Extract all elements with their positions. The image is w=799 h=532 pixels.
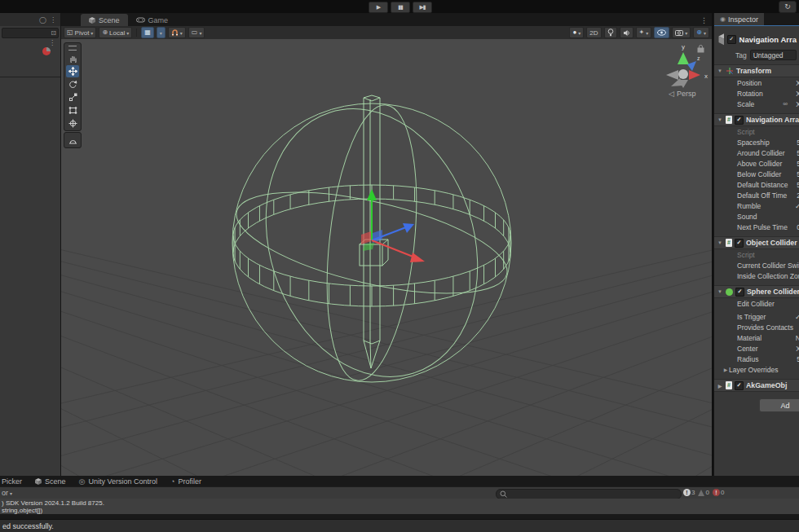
snap-button[interactable]: ▾ — [168, 27, 186, 38]
history-icon[interactable]: ↻ — [779, 1, 797, 13]
add-component-button[interactable]: Ad — [759, 398, 799, 412]
objcol-row-inside-collection-zone[interactable]: Inside Collection Zone — [714, 270, 799, 281]
foldout-icon[interactable]: ▶ — [722, 367, 729, 372]
sphere-row-radius[interactable]: Radius5 — [714, 354, 799, 364]
move-tool-button[interactable] — [66, 65, 79, 77]
gizmos-button[interactable]: ⊕ ▾ — [693, 27, 709, 38]
sphere-row-provides-contacts[interactable]: Provides Contacts — [714, 322, 799, 332]
nav-row-around-collider[interactable]: Around Collider5 — [714, 147, 799, 158]
panel-circle-icon[interactable]: ◯ — [39, 16, 46, 24]
row-value[interactable]: X — [796, 99, 799, 109]
scene-visibility-button[interactable] — [654, 27, 669, 38]
nav-row-rumble[interactable]: Rumble✓ — [714, 200, 799, 211]
custom-tool-button[interactable] — [66, 134, 79, 147]
transform-header[interactable]: ▼ Transform — [714, 64, 799, 77]
step-button[interactable]: ▶▮ — [413, 2, 432, 13]
component-checkbox[interactable]: ✓ — [735, 288, 744, 297]
akgameobj-header[interactable]: ▶ # ✓ AkGameObj — [714, 379, 799, 392]
tag-dropdown[interactable]: Untagged — [750, 50, 797, 60]
picker-icon[interactable]: ⊡ — [51, 29, 56, 37]
objcol-row-current-collider-switch[interactable]: Current Collider Switch — [714, 260, 799, 270]
camera-settings-button[interactable]: ▾ — [672, 27, 691, 38]
pivot-button[interactable]: ◱ Pivot ▾ — [64, 27, 96, 38]
component-checkbox[interactable]: ✓ — [735, 116, 744, 125]
info-count-badge[interactable]: ! 3 — [683, 489, 695, 496]
transform-tool-button[interactable] — [66, 117, 79, 130]
gizmo-center[interactable] — [678, 69, 688, 79]
sphere-row-edit-collider[interactable]: Edit Collider — [714, 298, 799, 309]
view-options-button[interactable]: ▭ ▾ — [188, 27, 205, 38]
error-count-badge[interactable]: ! 0 — [713, 489, 724, 496]
sphere-row-is-trigger[interactable]: Is Trigger✓ — [714, 311, 799, 322]
audio-toggle-button[interactable] — [620, 27, 633, 38]
tab-unity-version-control[interactable]: ◎ Unity Version Control — [79, 477, 157, 486]
local-button[interactable]: ⊕ Local ▾ — [99, 27, 132, 38]
console-filter-dropdown[interactable]: or ▾ — [2, 489, 12, 497]
play-button[interactable]: ▶ — [369, 2, 388, 13]
foldout-icon[interactable]: ▼ — [717, 117, 723, 122]
status-bar[interactable]: ed successfully. — [0, 519, 799, 532]
objcol-row-script[interactable]: Script — [714, 249, 799, 260]
foldout-icon[interactable]: ▼ — [717, 68, 723, 73]
row-value[interactable]: X — [796, 343, 799, 354]
active-checkbox[interactable]: ✓ — [727, 35, 736, 44]
kebab-menu-icon[interactable]: ⋮ — [49, 39, 55, 46]
tool-strip-grip[interactable] — [68, 46, 77, 51]
effects-button[interactable]: ✦ ▾ — [636, 27, 652, 38]
component-checkbox[interactable]: ✓ — [735, 381, 744, 390]
nav-row-below-collider[interactable]: Below Collider5 — [714, 169, 799, 179]
nav-row-above-collider[interactable]: Above Collider5 — [714, 158, 799, 169]
kebab-menu-icon[interactable]: ⋮ — [696, 16, 712, 26]
view-tool-button[interactable] — [66, 52, 79, 64]
grid-visibility-button[interactable]: ▦ — [141, 27, 154, 38]
nav-row-default-distance[interactable]: Default Distance5 — [714, 179, 799, 190]
console-log-entry[interactable]: ) SDK Version 2024.1.2 Build 8725. strin… — [0, 499, 799, 515]
foldout-icon[interactable]: ▼ — [717, 289, 723, 294]
gameobject-name[interactable]: Navigation Arra — [739, 35, 797, 44]
nav-row-spaceship[interactable]: Spaceship5 — [714, 137, 799, 147]
tab-picker[interactable]: Picker — [2, 477, 22, 486]
hierarchy-search-input[interactable]: ⊡ — [2, 28, 59, 38]
tab-scene[interactable]: Scene — [81, 14, 128, 26]
tab-profiler[interactable]: ◔ Profiler — [170, 477, 201, 486]
foldout-icon[interactable]: ▼ — [717, 240, 723, 245]
sphere-row-layer-overrides[interactable]: ▶ Layer Overrides — [714, 364, 799, 375]
row-value[interactable]: X — [796, 88, 799, 99]
persp-label[interactable]: ◁Persp — [669, 90, 695, 98]
transform-row-scale[interactable]: Scale ∞ X — [714, 99, 799, 109]
sphere-collider-header[interactable]: ▼ ✓ Sphere Collider — [714, 285, 799, 298]
kebab-menu-icon[interactable]: ⋮ — [50, 16, 56, 24]
grid-visibility-dropdown[interactable]: ▾ — [157, 27, 166, 38]
2d-toggle-button[interactable]: 2D — [586, 27, 601, 38]
nav-row-script[interactable]: Script — [714, 126, 799, 137]
row-value[interactable]: N — [796, 332, 799, 343]
tab-game[interactable]: Game — [128, 14, 177, 26]
sphere-row-center[interactable]: CenterX — [714, 343, 799, 354]
row-value[interactable]: X — [796, 77, 799, 88]
lighting-toggle-button[interactable] — [604, 27, 617, 38]
sphere-row-material[interactable]: MaterialN — [714, 332, 799, 343]
nav-row-sound[interactable]: Sound — [714, 211, 799, 222]
scene-viewport[interactable]: y x z ◁Persp — [61, 39, 712, 476]
tab-inspector[interactable]: ◉ Inspector — [714, 13, 764, 25]
rect-tool-button[interactable] — [66, 104, 79, 117]
scale-tool-button[interactable] — [66, 91, 79, 103]
tab-scene-bottom[interactable]: Scene — [35, 477, 66, 486]
nav-row-next-pulse-time[interactable]: Next Pulse Time0 — [714, 222, 799, 232]
transform-row-rotation[interactable]: Rotation X — [714, 88, 799, 99]
row-value[interactable]: ✓ — [795, 200, 799, 211]
link-icon[interactable]: ∞ — [783, 99, 788, 109]
transform-row-position[interactable]: Position X — [714, 77, 799, 88]
shading-mode-button[interactable]: ● ▾ — [569, 27, 584, 38]
foldout-icon[interactable]: ▶ — [717, 383, 723, 389]
pause-button[interactable]: ▮▮ — [391, 2, 410, 13]
gameobject-cube-icon[interactable] — [717, 33, 724, 46]
warning-count-badge[interactable]: 0 — [698, 489, 709, 496]
object-collider-header[interactable]: ▼ # ✓ Object Collider M — [714, 236, 799, 249]
nav-row-default-off-time[interactable]: Default Off Time2 — [714, 190, 799, 200]
rotate-tool-button[interactable] — [66, 78, 79, 90]
row-value[interactable]: ✓ — [795, 311, 799, 322]
navigation-array-header[interactable]: ▼ # ✓ Navigation Array — [714, 113, 799, 126]
component-checkbox[interactable]: ✓ — [735, 239, 744, 248]
console-count-badges: ! 3 0 ! 0 — [683, 489, 724, 496]
